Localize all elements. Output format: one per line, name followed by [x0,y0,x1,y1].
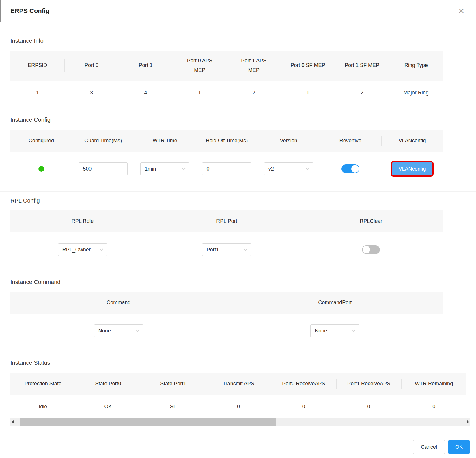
wtr-time-value: 1min [145,166,156,172]
value-cell: 4 [119,81,173,105]
instance-config-table: Configured Guard Time(Ms) WTR Time Hold … [10,130,443,186]
value-cell: SF [141,395,206,418]
header-cell: WTR Remaining [401,373,466,395]
value-cell: OK [76,395,141,418]
instance-config-header-row: Configured Guard Time(Ms) WTR Time Hold … [10,130,443,152]
section-label-rpl-config: RPL Config [10,197,466,204]
header-cell: Command [10,292,227,314]
header-cell: RPL Port [155,210,299,232]
header-cell: Port 1 [119,51,173,81]
value-cell: 0 [401,395,466,418]
value-cell: 1 [281,81,335,105]
revertive-toggle[interactable] [341,164,359,173]
rpl-port-value: Port1 [206,247,219,253]
section-label-instance-info: Instance Info [10,38,466,44]
header-cell: State Port1 [141,373,206,395]
command-select[interactable]: None [94,324,143,337]
instance-info-table: ERPSID Port 0 Port 1 Port 0 APS MEP Port… [10,51,443,105]
rpl-role-value: RPL_Owner [62,247,91,253]
chevron-down-icon [306,166,309,170]
header-cell: CommandPort [227,292,443,314]
value-cell: 1 [173,81,227,105]
instance-status-header-row: Protection State State Port0 State Port1… [10,373,466,395]
chevron-down-icon [244,247,248,251]
section-label-instance-command: Instance Command [10,279,466,285]
header-cell: Configured [10,130,72,152]
instance-config-value-row: 1min v2 VLANconfig [10,152,443,186]
header-cell: Revertive [320,130,381,152]
chevron-down-icon [136,328,139,332]
section-instance-info: Instance Info ERPSID Port 0 Port 1 Port … [0,22,476,111]
screen-edge-artifact [0,0,1,22]
scrollbar-left-arrow-icon[interactable] [10,418,15,426]
close-icon[interactable]: ✕ [457,6,466,16]
vlanconfig-button[interactable]: VLANconfig [392,162,432,175]
rpl-config-value-row: RPL_Owner Port1 [10,232,443,267]
value-cell: 3 [64,81,118,105]
header-cell: Port 1 SF MEP [335,51,389,81]
horizontal-scrollbar[interactable] [10,418,470,426]
header-cell: Hold Off Time(Ms) [196,130,257,152]
header-cell: Version [258,130,320,152]
instance-status-table: Protection State State Port0 State Port1… [10,373,466,418]
instance-command-table: Command CommandPort None None [10,292,443,348]
guard-time-input[interactable] [79,162,128,175]
header-cell: Transmit APS [206,373,271,395]
version-select[interactable]: v2 [264,162,313,175]
version-value: v2 [268,166,274,172]
value-cell: 0 [271,395,336,418]
header-cell: Guard Time(Ms) [72,130,134,152]
hold-off-time-input[interactable] [202,162,251,175]
header-cell: Port 0 APS MEP [173,51,227,81]
rpl-role-select[interactable]: RPL_Owner [58,243,107,256]
header-cell: WTR Time [134,130,196,152]
rpl-port-select[interactable]: Port1 [202,243,251,256]
value-cell: 0 [336,395,402,418]
instance-command-value-row: None None [10,314,443,348]
section-label-instance-status: Instance Status [10,360,466,366]
header-cell: ERPSID [10,51,64,81]
header-cell: RPLClear [299,210,443,232]
value-cell: 0 [206,395,271,418]
header-cell: Port1 ReceiveAPS [336,373,402,395]
command-port-select[interactable]: None [310,324,359,337]
header-cell: Protection State [10,373,76,395]
scrollbar-right-arrow-icon[interactable] [466,418,470,426]
scrollbar-thumb[interactable] [20,418,277,426]
dialog-title: ERPS Config [10,7,50,15]
value-cell: Idle [10,395,76,418]
rpl-clear-toggle[interactable] [362,245,380,254]
value-cell: 1 [10,81,64,105]
ok-button[interactable]: OK [448,440,470,454]
header-cell: Ring Type [389,51,443,81]
configured-indicator [38,166,44,172]
wtr-time-select[interactable]: 1min [140,162,189,175]
chevron-down-icon [352,328,356,332]
value-cell: Major Ring [389,81,443,105]
toggle-knob [351,165,359,173]
header-cell: Port0 ReceiveAPS [271,373,336,395]
cancel-button[interactable]: Cancel [413,440,445,454]
instance-info-header-row: ERPSID Port 0 Port 1 Port 0 APS MEP Port… [10,51,443,81]
chevron-down-icon [182,166,186,170]
header-cell: Port 0 SF MEP [281,51,335,81]
section-instance-command: Instance Command Command CommandPort Non… [0,273,476,354]
rpl-config-table: RPL Role RPL Port RPLClear RPL_Owner Por… [10,210,443,267]
rpl-config-header-row: RPL Role RPL Port RPLClear [10,210,443,232]
section-instance-status: Instance Status Protection State State P… [0,354,476,431]
scrollbar-track[interactable] [15,418,466,426]
section-rpl-config: RPL Config RPL Role RPL Port RPLClear RP… [0,191,476,273]
toggle-knob [363,246,370,253]
header-cell: RPL Role [10,210,155,232]
header-cell: Port 1 APS MEP [227,51,281,81]
header-cell: VLANconfig [381,130,443,152]
instance-info-value-row: 1 3 4 1 2 1 2 Major Ring [10,81,443,105]
section-label-instance-config: Instance Config [10,117,466,123]
value-cell: 2 [335,81,389,105]
section-instance-config: Instance Config Configured Guard Time(Ms… [0,111,476,191]
command-value: None [98,328,111,334]
chevron-down-icon [100,247,103,251]
instance-command-header-row: Command CommandPort [10,292,443,314]
instance-status-value-row: Idle OK SF 0 0 0 0 [10,395,466,418]
dialog-header: ERPS Config ✕ [0,0,476,22]
